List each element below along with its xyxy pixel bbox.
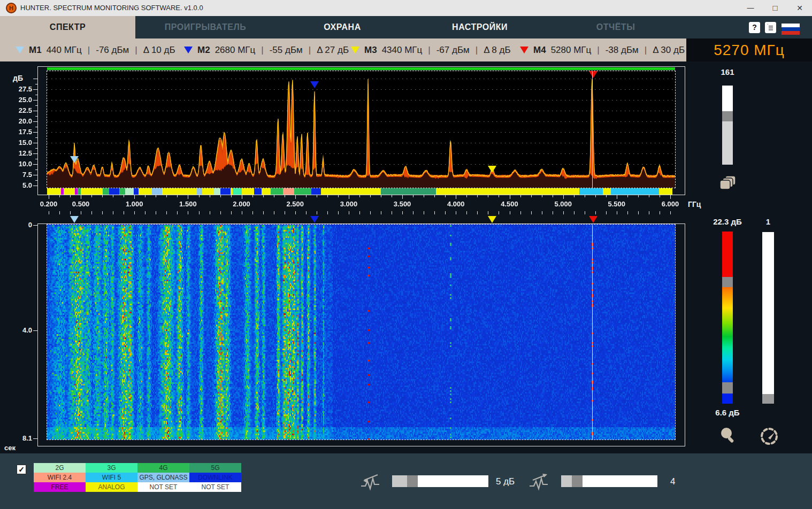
waterfall-marker-m4-icon[interactable] — [589, 216, 597, 223]
divider: | — [476, 45, 478, 56]
band-segment-2g — [213, 188, 220, 195]
report-icon[interactable] — [765, 22, 776, 33]
spectrum-plot-area[interactable] — [47, 71, 676, 188]
marker-readout-m4[interactable]: M4 5280 МГц | -38 дБм | Δ 30 дБ — [520, 38, 685, 61]
y-tick-minor — [35, 159, 37, 159]
threshold-slider-lead — [392, 475, 407, 487]
x-tick-label: 6.000 — [654, 200, 686, 208]
window-title: HUNTER. SPECTRUM MONITORING SOFTWARE. v1… — [20, 4, 203, 12]
trace-slider-track[interactable] — [762, 232, 774, 394]
smooth-slider[interactable] — [561, 475, 657, 487]
y-tick-major — [33, 143, 37, 143]
divider: | — [135, 45, 137, 56]
x-tick-minor — [156, 195, 156, 197]
spectrum-marker-m4-icon[interactable] — [589, 71, 597, 78]
band-segment-4g — [119, 188, 125, 195]
colorscale-over-range — [722, 232, 733, 277]
x-tick-minor — [574, 195, 574, 197]
colorscale-max-handle[interactable] — [722, 277, 733, 287]
averaging-slider[interactable] — [722, 86, 733, 165]
waterfall-marker-m3-icon[interactable] — [488, 216, 496, 223]
help-icon[interactable]: ? — [749, 22, 760, 33]
trace-slider[interactable] — [762, 232, 773, 404]
slider-lower-track[interactable] — [722, 121, 733, 165]
divider: | — [261, 45, 263, 56]
tab-reports[interactable]: ОТЧЁТЫ — [549, 16, 683, 38]
x-tick-minor-lower — [660, 211, 660, 214]
smooth-slider-lead — [561, 475, 572, 487]
trigger-level-bar[interactable] — [47, 67, 675, 70]
slider-upper-track[interactable] — [722, 86, 733, 111]
y-tick-label: 22.5 — [10, 106, 32, 114]
band-segment-downlink — [220, 188, 231, 195]
x-tick-minor — [145, 195, 145, 197]
threshold-slider[interactable] — [392, 475, 488, 487]
x-tick-minor-lower — [434, 211, 435, 214]
waterfall-marker-m1-icon[interactable] — [70, 216, 79, 223]
x-tick-major — [81, 195, 81, 199]
tab-guard[interactable]: ОХРАНА — [275, 16, 409, 38]
tab-player[interactable]: ПРОИГРЫВАТЕЛЬ — [135, 16, 275, 38]
waterfall-area[interactable] — [47, 224, 676, 440]
x-tick-minor-lower — [285, 211, 285, 214]
layers-icon[interactable] — [719, 175, 737, 195]
band-segment-analog — [47, 188, 61, 195]
x-tick-minor — [338, 195, 339, 197]
waterfall-canvas[interactable] — [47, 225, 675, 439]
minimize-button[interactable]: — — [738, 0, 763, 16]
x-tick-minor — [392, 195, 392, 197]
marker-freq: 5280 МГц — [551, 45, 592, 56]
spectrum-marker-m3-icon[interactable] — [488, 166, 496, 173]
x-tick-minor — [327, 195, 328, 197]
x-tick-minor — [252, 195, 253, 197]
marker-id: M2 — [197, 45, 210, 56]
marker-m1-icon — [16, 47, 24, 53]
marker-level: -55 дБм — [270, 45, 303, 56]
threshold-slider-handle[interactable] — [407, 475, 418, 487]
marker-freq: 440 МГц — [47, 45, 82, 56]
legend-visibility-checkbox[interactable]: ✓ — [17, 465, 26, 474]
x-tick-minor — [220, 195, 221, 197]
smooth-slider-handle[interactable] — [572, 475, 583, 487]
spectrum-canvas[interactable] — [47, 71, 675, 188]
legend-cell-analog: ANALOG — [86, 482, 137, 492]
smooth-value: 4 — [670, 476, 675, 487]
waterfall-time-tick — [33, 438, 37, 439]
marker-readout-m1[interactable]: M1 440 МГц | -76 дБм | Δ 10 дБ — [16, 38, 175, 61]
x-tick-label: 1.000 — [118, 200, 150, 208]
marker-freq: 4340 МГц — [382, 45, 423, 56]
spectrum-marker-m1-icon[interactable] — [70, 156, 79, 163]
divider: | — [645, 45, 647, 56]
tab-spectrum[interactable]: СПЕКТР — [0, 16, 135, 38]
x-tick-minor-lower — [606, 211, 607, 214]
colorscale-min-handle[interactable] — [722, 382, 733, 394]
x-tick-label: 3.000 — [333, 200, 365, 208]
waterfall-marker-m2-icon[interactable] — [310, 216, 319, 223]
close-button[interactable]: ✕ — [787, 0, 812, 16]
y-tick-minor — [35, 116, 37, 117]
x-tick-minor — [488, 195, 488, 197]
x-tick-minor-lower — [445, 211, 446, 214]
y-tick-label: 20.0 — [10, 117, 32, 125]
colorscale-slider[interactable] — [722, 232, 733, 404]
marker-readout-m2[interactable]: M2 2680 МГц | -55 дБм | Δ 27 дБ — [184, 38, 349, 61]
waterfall-time-tick — [33, 225, 37, 226]
band-segment-wifi24 — [283, 188, 294, 195]
slider-handle[interactable] — [722, 111, 733, 121]
colorscale-under-range — [722, 394, 733, 404]
language-flag-icon[interactable] — [782, 24, 800, 35]
legend-cell-wifi24: WIFI 2.4 — [34, 473, 86, 482]
x-tick-minor — [477, 195, 478, 197]
spectrum-marker-m2-icon[interactable] — [310, 81, 319, 88]
gauge-icon[interactable] — [759, 426, 780, 449]
x-tick-minor-lower — [477, 211, 478, 214]
marker-readout-m3[interactable]: M3 4340 МГц | -67 дБм | Δ 8 дБ — [351, 38, 511, 61]
marker-id: M3 — [364, 45, 377, 56]
tab-settings[interactable]: НАСТРОЙКИ — [413, 16, 547, 38]
trace-slider-handle[interactable] — [762, 394, 774, 404]
y-tick-label: 27.5 — [10, 85, 32, 93]
maximize-button[interactable]: □ — [763, 0, 787, 16]
waterfall-time-tick — [33, 330, 37, 331]
zoom-icon[interactable] — [718, 426, 738, 448]
band-segment-analog — [436, 188, 579, 195]
